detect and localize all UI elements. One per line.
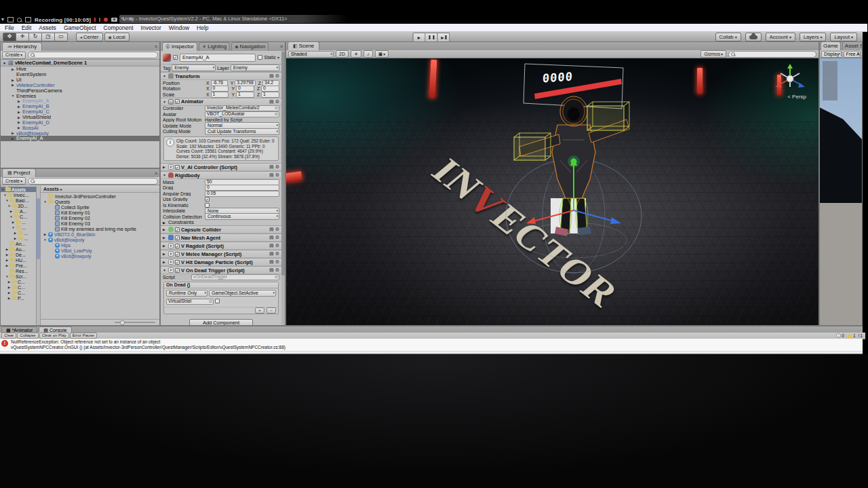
event-arg-checkbox[interactable] bbox=[215, 299, 220, 303]
component-enabled-checkbox[interactable] bbox=[175, 236, 180, 240]
hierarchy-item[interactable]: ▶EnemyAI_A bbox=[1, 136, 159, 141]
expand-arrow-icon[interactable]: ▶ bbox=[5, 253, 9, 257]
reference-doc-icon[interactable]: ▤ bbox=[269, 251, 274, 257]
tag-dropdown[interactable]: Enemy bbox=[172, 64, 216, 71]
project-item[interactable]: Kill my enemies and bring me sprite bbox=[41, 226, 159, 231]
gear-icon[interactable]: ⚙ bbox=[275, 243, 279, 248]
project-tree-item[interactable]: Res... bbox=[1, 268, 36, 274]
scale-tool-icon[interactable]: ◳ bbox=[42, 33, 55, 41]
expand-arrow-icon[interactable]: ▼ bbox=[7, 204, 11, 208]
2d-toggle-button[interactable]: 2D bbox=[336, 50, 349, 58]
panel-menu-icon[interactable]: ≡ bbox=[155, 44, 157, 49]
menu-item-invector[interactable]: Invector bbox=[141, 24, 161, 31]
static-checkbox[interactable] bbox=[258, 55, 262, 60]
hand-tool-icon[interactable]: ✥ bbox=[3, 33, 16, 41]
object-field[interactable]: Invector_MeleeCombatv2 bbox=[205, 105, 279, 111]
reference-doc-icon[interactable]: ▤ bbox=[269, 259, 274, 265]
component-header[interactable]: ▶Capsule Collider▤⚙ bbox=[161, 225, 281, 233]
expand-arrow-icon[interactable]: ▶ bbox=[163, 165, 167, 169]
component-enabled-checkbox[interactable] bbox=[175, 268, 180, 273]
gameobject-name-field[interactable]: EnemyAI_A bbox=[180, 54, 256, 62]
menu-item-edit[interactable]: Edit bbox=[22, 24, 32, 31]
expand-arrow-icon[interactable]: ▼ bbox=[12, 226, 15, 229]
constraints-row[interactable]: ▶ Constraints bbox=[161, 220, 281, 226]
menu-item-window[interactable]: Window bbox=[169, 24, 189, 31]
expand-arrow-icon[interactable]: ▶ bbox=[7, 286, 11, 289]
expand-arrow-icon[interactable]: ▶ bbox=[163, 252, 167, 256]
expand-arrow-icon[interactable]: ▶ bbox=[11, 78, 15, 82]
hierarchy-create-button[interactable]: Create▾ bbox=[2, 52, 26, 59]
transform-scale-y-field[interactable]: 1 bbox=[236, 92, 254, 98]
component-enabled-checkbox[interactable] bbox=[175, 252, 180, 257]
expand-arrow-icon[interactable]: ▼ bbox=[163, 74, 167, 78]
draw-mode-dropdown[interactable]: Shaded bbox=[288, 51, 334, 58]
project-item[interactable]: Collect Sprite bbox=[41, 204, 159, 210]
project-tree-item[interactable]: ▶... bbox=[1, 236, 36, 241]
field-checkbox[interactable] bbox=[205, 197, 210, 202]
project-item[interactable]: ▼Quests bbox=[41, 199, 159, 204]
project-tree-item[interactable]: ▶P... bbox=[1, 295, 36, 301]
layers-button[interactable]: Layers▾ bbox=[800, 33, 827, 41]
expand-arrow-icon[interactable]: ▶ bbox=[5, 259, 9, 262]
active-checkbox[interactable] bbox=[173, 55, 178, 60]
event-target-object-field[interactable]: VirtualShiel bbox=[166, 299, 214, 305]
event-function-dropdown[interactable]: GameObject.SetActive bbox=[209, 290, 276, 297]
scene-audio-toggle[interactable]: ♪ bbox=[363, 50, 373, 58]
project-tree-item[interactable]: ▶... bbox=[1, 219, 36, 225]
expand-arrow-icon[interactable]: ▶ bbox=[11, 131, 15, 135]
project-tree-item[interactable]: ▼C... bbox=[1, 214, 36, 219]
scene-search-input[interactable] bbox=[728, 51, 816, 58]
component-enabled-checkbox[interactable] bbox=[175, 244, 180, 248]
effects-dropdown-button[interactable]: ▣▾ bbox=[375, 50, 389, 58]
reference-doc-icon[interactable]: ▤ bbox=[269, 164, 274, 170]
project-tree-scrollbar[interactable] bbox=[37, 186, 41, 325]
gear-icon[interactable]: ⚙ bbox=[275, 251, 279, 257]
reference-doc-icon[interactable]: ▤ bbox=[269, 73, 274, 79]
expand-arrow-icon[interactable]: ▼ bbox=[163, 173, 167, 177]
tab-hierarchy[interactable]: ≔Hierarchy bbox=[2, 42, 42, 51]
region-icon[interactable] bbox=[25, 17, 31, 22]
expand-arrow-icon[interactable]: ▶ bbox=[7, 280, 11, 284]
project-item[interactable]: Kill Enemy 03 bbox=[41, 221, 159, 226]
project-create-button[interactable]: Create▾ bbox=[2, 177, 26, 185]
console-error-entry[interactable]: ! NullReferenceException: Object referen… bbox=[0, 339, 863, 352]
console-error-pause-button[interactable]: Error Pause bbox=[70, 333, 97, 339]
animator-component-header[interactable]: ▼ Animator ▤ ⚙ bbox=[161, 98, 281, 106]
component-header[interactable]: ▶#V Hit Damage Particle (Script)▤⚙ bbox=[161, 258, 281, 266]
menu-item-component[interactable]: Component bbox=[104, 24, 134, 31]
project-tree-item[interactable]: ▶Pre... bbox=[1, 263, 36, 268]
static-dropdown-icon[interactable]: ▾ bbox=[277, 55, 279, 60]
expand-arrow-icon[interactable]: ▶ bbox=[14, 237, 17, 240]
tab-inspector[interactable]: 🛈Inspector bbox=[162, 42, 197, 51]
perspective-label[interactable]: < Persp bbox=[787, 94, 806, 100]
reference-doc-icon[interactable]: ▤ bbox=[269, 99, 274, 105]
on-dead-trigger-header[interactable]: ▼ # V On Dead Trigger (Script) ▤ ⚙ bbox=[161, 266, 281, 274]
record-icon[interactable] bbox=[104, 18, 108, 22]
console-error-badge[interactable]: !1 bbox=[859, 333, 863, 338]
expand-arrow-icon[interactable]: ▶ bbox=[17, 115, 21, 119]
remove-event-button[interactable]: − bbox=[267, 307, 276, 314]
magnifier-icon[interactable] bbox=[17, 18, 22, 22]
move-tool-icon[interactable]: ✛ bbox=[16, 33, 29, 41]
display-dropdown[interactable]: Display 1 bbox=[821, 51, 842, 58]
component-enabled-checkbox[interactable] bbox=[175, 227, 180, 232]
project-item[interactable]: ▼vBot@lowpoly bbox=[41, 237, 159, 242]
layer-dropdown[interactable]: Enemy bbox=[231, 64, 279, 71]
console-info-badge[interactable]: i0 bbox=[836, 333, 844, 338]
expand-arrow-icon[interactable]: ▶ bbox=[17, 105, 21, 109]
field-checkbox[interactable] bbox=[205, 203, 210, 208]
expand-arrow-icon[interactable]: ▶ bbox=[14, 231, 17, 235]
tab-project[interactable]: ▤Project bbox=[2, 168, 36, 177]
project-item[interactable]: Hips bbox=[41, 242, 159, 248]
expand-arrow-icon[interactable]: ▶ bbox=[7, 291, 11, 295]
expand-arrow-icon[interactable]: ▶ bbox=[163, 244, 167, 248]
breadcrumb[interactable]: Assets▸ bbox=[41, 186, 159, 193]
pencil-icon[interactable]: ✎ bbox=[121, 16, 125, 23]
project-tree-item[interactable]: ▶Au... bbox=[1, 246, 36, 252]
cloud-button[interactable] bbox=[745, 33, 762, 41]
console-collapse-button[interactable]: Collapse bbox=[17, 333, 38, 339]
project-item[interactable]: VBot_LowPoly bbox=[41, 248, 159, 253]
project-tree-item[interactable]: ▶C... bbox=[1, 284, 36, 290]
transform-scale-z-field[interactable]: 1 bbox=[261, 92, 279, 98]
field-dropdown[interactable]: Cull Update Transforms bbox=[205, 128, 279, 135]
